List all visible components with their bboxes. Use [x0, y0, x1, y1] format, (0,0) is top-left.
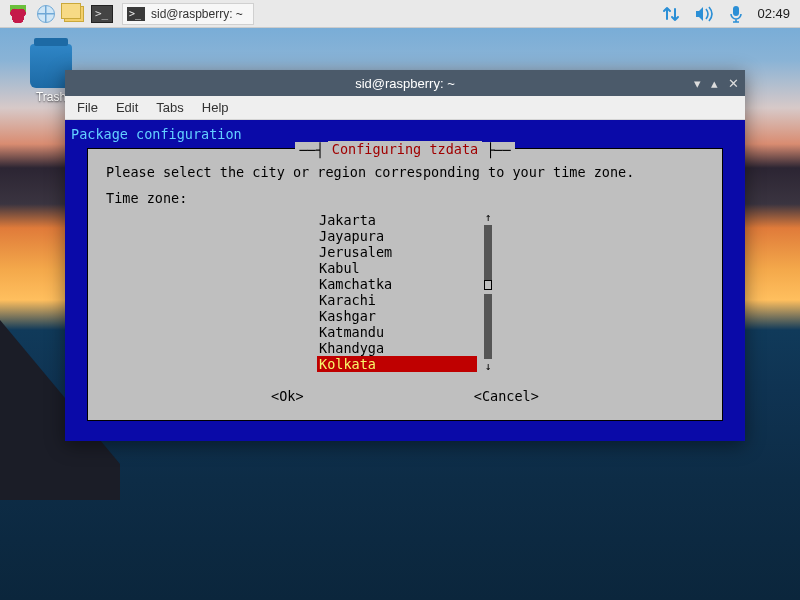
dialog-title: Configuring tzdata [328, 141, 482, 157]
window-title: sid@raspberry: ~ [355, 76, 455, 91]
top-panel: >_ >_ sid@raspberry: ~ 02:49 [0, 0, 800, 28]
timezone-option[interactable]: Kolkata [317, 356, 477, 372]
file-manager-icon[interactable] [62, 2, 86, 26]
network-icon[interactable] [661, 5, 681, 23]
window-titlebar[interactable]: sid@raspberry: ~ ▾ ▴ ✕ [65, 70, 745, 96]
menu-tabs[interactable]: Tabs [156, 100, 183, 115]
window-maximize-icon[interactable]: ▴ [711, 76, 718, 91]
terminal-window: sid@raspberry: ~ ▾ ▴ ✕ File Edit Tabs He… [65, 70, 745, 441]
timezone-option[interactable]: Jayapura [317, 228, 477, 244]
menu-file[interactable]: File [77, 100, 98, 115]
taskbar-item-label: sid@raspberry: ~ [151, 7, 243, 21]
timezone-option[interactable]: Kabul [317, 260, 477, 276]
menu-help[interactable]: Help [202, 100, 229, 115]
scroll-down-icon[interactable]: ↓ [485, 361, 492, 372]
list-scrollbar[interactable]: ↑ ↓ [483, 212, 493, 372]
timezone-option[interactable]: Kamchatka [317, 276, 477, 292]
window-minimize-icon[interactable]: ▾ [694, 76, 701, 91]
terminal-launcher-icon[interactable]: >_ [90, 2, 114, 26]
timezone-option[interactable]: Jakarta [317, 212, 477, 228]
menu-raspberry-icon[interactable] [6, 2, 30, 26]
timezone-list[interactable]: JakartaJayapuraJerusalemKabulKamchatkaKa… [317, 212, 477, 372]
timezone-option[interactable]: Katmandu [317, 324, 477, 340]
browser-icon[interactable] [34, 2, 58, 26]
menu-edit[interactable]: Edit [116, 100, 138, 115]
cancel-button[interactable]: <Cancel> [474, 388, 539, 404]
scroll-up-icon[interactable]: ↑ [485, 212, 492, 223]
taskbar-item-terminal[interactable]: >_ sid@raspberry: ~ [122, 3, 254, 25]
terminal-area[interactable]: Package configuration ──┤ Configuring tz… [65, 120, 745, 441]
tzdata-dialog: ──┤ Configuring tzdata ├── Please select… [87, 148, 723, 421]
timezone-option[interactable]: Jerusalem [317, 244, 477, 260]
ok-button[interactable]: <Ok> [271, 388, 304, 404]
window-close-icon[interactable]: ✕ [728, 76, 739, 91]
dialog-prompt: Please select the city or region corresp… [106, 164, 704, 180]
window-menubar: File Edit Tabs Help [65, 96, 745, 120]
volume-icon[interactable] [695, 6, 715, 22]
microphone-icon[interactable] [729, 5, 743, 23]
timezone-option[interactable]: Karachi [317, 292, 477, 308]
timezone-option[interactable]: Khandyga [317, 340, 477, 356]
timezone-label: Time zone: [106, 190, 704, 206]
timezone-option[interactable]: Kashgar [317, 308, 477, 324]
clock[interactable]: 02:49 [757, 6, 790, 21]
svg-rect-0 [733, 6, 739, 16]
